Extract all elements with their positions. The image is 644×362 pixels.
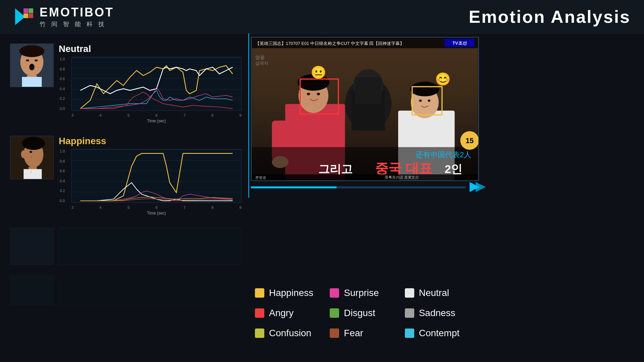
neutral-chart-title: Neutral [59, 44, 241, 54]
happiness-color [255, 288, 264, 298]
logo-chinese: 竹 间 智 能 科 技 [40, 20, 114, 28]
empty-chart-area-1 [10, 228, 241, 265]
svg-point-37 [428, 100, 430, 102]
svg-point-8 [26, 59, 29, 61]
svg-text:2인: 2인 [445, 163, 463, 175]
svg-rect-1 [23, 8, 28, 13]
legend-sadness: Sadness [405, 308, 470, 318]
legend-area: Happiness Surprise Neutral Angry Disgust… [245, 281, 480, 345]
main-content: Neutral 1.0 0.8 0.6 0.4 0.2 0.0 [0, 34, 644, 362]
legend-fear: Fear [330, 328, 394, 339]
angry-label: Angry [269, 308, 293, 318]
video-panel: 😐 😊 【英雄三国志】170707 E01 中日韓名称之争CUT 中文字幕 田【… [251, 37, 479, 181]
contempt-color [405, 328, 414, 338]
svg-point-7 [19, 45, 45, 57]
fear-color [330, 328, 339, 338]
happiness-time-label: Time (sec) [147, 211, 166, 216]
neutral-face-thumbnail [10, 44, 54, 87]
happiness-chart-area [71, 149, 241, 203]
svg-rect-4 [29, 13, 33, 18]
happiness-chart-section: Happiness 1.0 0.8 0.6 0.4 0.2 0.0 [10, 136, 241, 218]
legend-surprise: Surprise [330, 288, 394, 298]
happiness-x-axis: 3 4 5 6 7 8 9 [71, 205, 241, 209]
logo-text: EMOTIBOT 竹 间 智 能 科 技 [40, 5, 114, 28]
neutral-chart-wrapper: 1.0 0.8 0.6 0.4 0.2 0.0 [71, 57, 241, 111]
neutral-chart-section: Neutral 1.0 0.8 0.6 0.4 0.2 0.0 [10, 44, 241, 126]
logo-name: EMOTIBOT [40, 5, 114, 19]
happiness-label: Happiness [269, 288, 313, 298]
svg-point-9 [35, 59, 38, 61]
svg-rect-3 [23, 13, 28, 18]
happiness-face-thumbnail [10, 136, 54, 179]
svg-point-10 [29, 64, 35, 70]
svg-text:TV조선: TV조선 [452, 41, 467, 46]
svg-text:15: 15 [466, 136, 474, 145]
fear-label: Fear [344, 328, 363, 339]
svg-rect-51 [252, 174, 478, 180]
timeline-progress [251, 186, 337, 188]
confusion-color [255, 328, 264, 338]
neutral-chart-area [71, 57, 241, 111]
legend-neutral: Neutral [405, 288, 470, 298]
svg-point-36 [419, 100, 422, 102]
contempt-label: Contempt [419, 328, 460, 339]
header: EMOTIBOT 竹 间 智 能 科 技 Emotion Analysis [0, 0, 644, 34]
legend-happiness: Happiness [255, 288, 320, 298]
neutral-x-axis: 3 4 5 6 7 8 9 [71, 113, 241, 117]
svg-rect-19 [23, 169, 42, 179]
svg-text:본방송: 본방송 [255, 175, 266, 179]
surprise-label: Surprise [344, 288, 379, 298]
happiness-chart-wrapper: 1.0 0.8 0.6 0.4 0.2 0.0 [71, 149, 241, 203]
timeline-bar[interactable] [251, 186, 466, 188]
confusion-label: Confusion [269, 328, 311, 339]
svg-text:受粤言の话 其実文介: 受粤言の话 其実文介 [385, 175, 419, 179]
angry-color [255, 308, 264, 318]
svg-marker-59 [476, 182, 486, 192]
neutral-y-axis: 1.0 0.8 0.6 0.4 0.2 0.0 [60, 57, 65, 111]
svg-point-17 [30, 151, 32, 153]
neutral-time-label: Time (sec) [147, 119, 166, 123]
empty-chart-area-2 [10, 275, 241, 305]
play-button[interactable] [470, 182, 486, 192]
svg-text:그리고: 그리고 [318, 163, 353, 175]
svg-point-16 [21, 150, 26, 158]
svg-text:삼국지: 삼국지 [255, 61, 268, 66]
svg-rect-2 [29, 8, 33, 13]
legend-confusion: Confusion [255, 328, 320, 339]
left-panel: Neutral 1.0 0.8 0.6 0.4 0.2 0.0 [0, 34, 248, 362]
svg-point-30 [317, 93, 320, 95]
legend-disgust: Disgust [330, 308, 394, 318]
vertical-divider [248, 34, 249, 198]
svg-point-15 [22, 137, 45, 150]
svg-text:【英雄三国志】170707 E01 中日韓名称之争CUT 中: 【英雄三国志】170707 E01 中日韓名称之争CUT 中文字幕 田【回神迷字… [255, 41, 404, 46]
disgust-color [330, 308, 339, 318]
svg-text:중국 대표: 중국 대표 [375, 161, 432, 176]
svg-rect-25 [355, 77, 381, 104]
page-title: Emotion Analysis [469, 7, 631, 27]
logo-area: EMOTIBOT 竹 间 智 能 科 技 [13, 5, 114, 28]
legend-contempt: Contempt [405, 328, 470, 339]
happiness-chart-title: Happiness [59, 136, 241, 146]
svg-text:😊: 😊 [435, 72, 451, 87]
svg-text:还有中国代表2人: 还有中国代表2人 [416, 150, 471, 159]
neutral-color [405, 288, 414, 298]
svg-point-29 [307, 93, 310, 95]
logo-icon [13, 7, 34, 27]
svg-rect-12 [22, 77, 42, 87]
happiness-y-axis: 1.0 0.8 0.6 0.4 0.2 0.0 [60, 149, 65, 203]
sadness-color [405, 308, 414, 318]
disgust-label: Disgust [344, 308, 375, 318]
video-frame: 😐 😊 【英雄三国志】170707 E01 中日韓名称之争CUT 中文字幕 田【… [251, 37, 479, 181]
legend-angry: Angry [255, 308, 320, 318]
sadness-label: Sadness [419, 308, 455, 318]
surprise-color [330, 288, 339, 298]
neutral-label: Neutral [419, 288, 449, 298]
svg-text:영웅: 영웅 [255, 55, 265, 60]
svg-text:😐: 😐 [311, 65, 326, 80]
